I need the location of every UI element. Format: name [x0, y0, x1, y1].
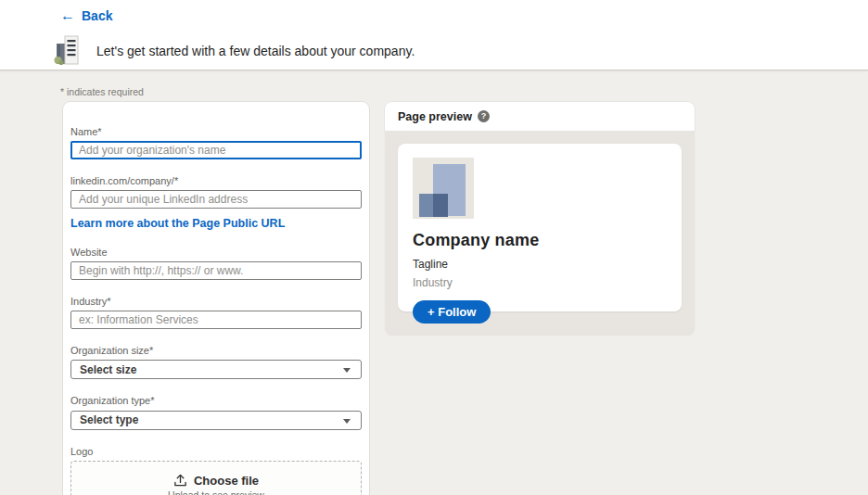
page-header: ← Back Let's get started with a few deta… [0, 0, 868, 70]
industry-label: Industry* [70, 296, 362, 307]
logo-shape-overlap [433, 194, 448, 217]
website-field-group: Website [70, 247, 362, 280]
org-size-field-group: Organization size* Select size [70, 345, 362, 379]
industry-input[interactable] [70, 311, 362, 329]
logo-field-group: Logo Choose file Upload to see preview 3… [70, 446, 362, 495]
required-note: * indicates required [60, 86, 144, 97]
name-input[interactable] [70, 141, 362, 159]
org-size-selected-value: Select size [80, 363, 136, 376]
help-icon[interactable]: ? [478, 110, 490, 122]
company-details-form: Name* linkedin.com/company/* Learn more … [63, 102, 369, 495]
page-preview-panel: Page preview ? Company name Tagline Indu… [385, 102, 695, 335]
chevron-down-icon [343, 419, 351, 424]
arrow-left-icon: ← [60, 8, 75, 23]
preview-industry: Industry [413, 276, 667, 289]
org-type-label: Organization type* [70, 395, 362, 406]
preview-title: Page preview [398, 110, 472, 123]
follow-button[interactable]: + Follow [413, 300, 491, 324]
preview-header: Page preview ? [385, 102, 695, 131]
linkedin-url-label: linkedin.com/company/* [70, 175, 362, 186]
website-input[interactable] [70, 261, 362, 280]
company-logo-placeholder [413, 158, 474, 219]
chevron-down-icon [343, 368, 351, 373]
logo-label: Logo [70, 446, 362, 457]
org-size-label: Organization size* [70, 345, 362, 356]
org-type-selected-value: Select type [80, 413, 138, 426]
buildings-icon [53, 35, 86, 66]
url-field-group: linkedin.com/company/* Learn more about … [70, 175, 362, 231]
upload-hint: Upload to see preview [168, 489, 264, 495]
industry-field-group: Industry* [70, 296, 362, 329]
upload-icon [173, 474, 187, 488]
name-field-group: Name* [70, 126, 362, 159]
create-company-page: ← Back Let's get started with a few deta… [0, 0, 868, 495]
choose-file-button[interactable]: Choose file [194, 474, 259, 488]
org-type-select[interactable]: Select type [70, 411, 362, 430]
back-label: Back [82, 8, 112, 23]
page-title: Let's get started with a few details abo… [96, 44, 415, 58]
website-label: Website [70, 247, 362, 258]
linkedin-url-input[interactable] [70, 190, 362, 209]
company-preview-card: Company name Tagline Industry + Follow [398, 144, 682, 311]
preview-tagline: Tagline [413, 258, 667, 271]
preview-body: Company name Tagline Industry + Follow [385, 131, 695, 335]
back-button[interactable]: ← Back [60, 8, 112, 23]
preview-company-name: Company name [413, 231, 667, 250]
logo-upload-dropzone[interactable]: Choose file Upload to see preview [70, 461, 362, 495]
public-url-learn-more-link[interactable]: Learn more about the Page Public URL [70, 217, 285, 230]
name-label: Name* [70, 126, 362, 137]
org-type-field-group: Organization type* Select type [70, 395, 362, 429]
org-size-select[interactable]: Select size [70, 360, 362, 379]
